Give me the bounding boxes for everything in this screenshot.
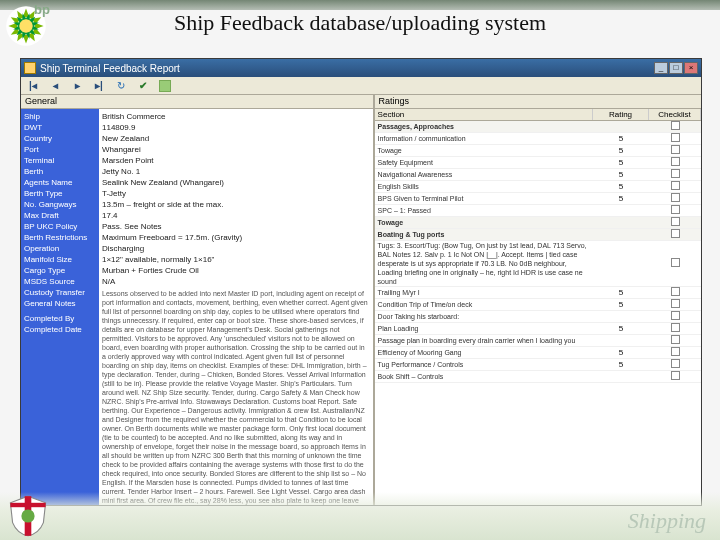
ratings-row[interactable]: Condition Trip of Time/on deck5: [375, 299, 701, 311]
confirm-icon[interactable]: ✔: [135, 79, 151, 93]
ratings-row[interactable]: Tug Performance / Controls5: [375, 359, 701, 371]
field-value: 13.5m – freight or side at the max.: [102, 199, 370, 210]
field-value: T-Jetty: [102, 188, 370, 199]
checkbox[interactable]: [671, 217, 680, 226]
ratings-row[interactable]: Efficiency of Mooring Gang5: [375, 347, 701, 359]
checkbox[interactable]: [671, 133, 680, 142]
rating-section: Passages, Approaches: [375, 122, 593, 131]
rating-section: English Skills: [375, 182, 593, 191]
ratings-row[interactable]: Tugs: 3. Escort/Tug: (Bow Tug, On just b…: [375, 241, 701, 287]
checkbox[interactable]: [671, 323, 680, 332]
rating-value: 5: [593, 348, 649, 357]
checkbox[interactable]: [671, 145, 680, 154]
rating-checkbox-cell: [649, 205, 701, 216]
rating-section: SPC – 1: Passed: [375, 206, 593, 215]
ratings-row[interactable]: Passage plan in boarding every drain car…: [375, 335, 701, 347]
prev-record-icon[interactable]: ◂: [47, 79, 63, 93]
ratings-row[interactable]: Navigational Awareness5: [375, 169, 701, 181]
field-label: Max Draft: [24, 210, 96, 221]
rating-value: 5: [593, 324, 649, 333]
rating-value: 5: [593, 360, 649, 369]
field-label: Ship: [24, 111, 96, 122]
rating-section: Trailing M/yr I: [375, 288, 593, 297]
checkbox[interactable]: [671, 229, 680, 238]
field-label: BP UKC Policy: [24, 221, 96, 232]
rating-value: 5: [593, 288, 649, 297]
ratings-row[interactable]: Towage5: [375, 145, 701, 157]
checkbox[interactable]: [671, 258, 680, 267]
maximize-button[interactable]: □: [669, 62, 683, 74]
rating-section: Towage: [375, 146, 593, 155]
field-label: Port: [24, 144, 96, 155]
checkbox[interactable]: [671, 371, 680, 380]
rating-section: Information / communication: [375, 134, 593, 143]
checkbox[interactable]: [671, 181, 680, 190]
checkbox[interactable]: [671, 121, 680, 130]
checkbox[interactable]: [671, 193, 680, 202]
rating-section: Tug Performance / Controls: [375, 360, 593, 369]
rating-checkbox-cell: [649, 311, 701, 322]
ratings-table-header: Section Rating Checklist: [375, 109, 701, 121]
rating-section: Efficiency of Mooring Gang: [375, 348, 593, 357]
ratings-row[interactable]: Passages, Approaches: [375, 121, 701, 133]
close-button[interactable]: ×: [684, 62, 698, 74]
ratings-row[interactable]: SPC – 1: Passed: [375, 205, 701, 217]
ratings-row[interactable]: Book Shift – Controls: [375, 371, 701, 383]
field-value: Discharging: [102, 243, 370, 254]
next-record-icon[interactable]: ▸: [69, 79, 85, 93]
checkbox[interactable]: [671, 335, 680, 344]
ratings-row[interactable]: Trailing M/yr I5: [375, 287, 701, 299]
field-label: Berth Type: [24, 188, 96, 199]
ratings-row[interactable]: Door Taking his starboard:: [375, 311, 701, 323]
ratings-row[interactable]: Towage: [375, 217, 701, 229]
window-titlebar[interactable]: Ship Terminal Feedback Report _ □ ×: [21, 59, 701, 77]
checkbox[interactable]: [671, 169, 680, 178]
ratings-row[interactable]: BPS Given to Terminal Pilot5: [375, 193, 701, 205]
footer-brand: Shipping: [628, 508, 706, 534]
checkbox[interactable]: [671, 287, 680, 296]
notes-label: General Notes: [24, 298, 96, 309]
ratings-row[interactable]: Information / communication5: [375, 133, 701, 145]
field-label: Manifold Size: [24, 254, 96, 265]
ratings-row[interactable]: English Skills5: [375, 181, 701, 193]
checkbox[interactable]: [671, 205, 680, 214]
rating-section: Passage plan in boarding every drain car…: [375, 336, 593, 345]
feedback-window: Ship Terminal Feedback Report _ □ × |◂ ◂…: [20, 58, 702, 506]
notes-value: Lessons observed to be added into next M…: [102, 287, 370, 505]
rating-checkbox-cell: [649, 371, 701, 382]
checkbox[interactable]: [671, 299, 680, 308]
window-icon: [24, 62, 36, 74]
rating-checkbox-cell: [649, 335, 701, 346]
field-value: 1×12" available, normally 1×16": [102, 254, 370, 265]
field-value: New Zealand: [102, 133, 370, 144]
rating-checkbox-cell: [649, 323, 701, 334]
refresh-icon[interactable]: ↻: [113, 79, 129, 93]
rating-value: 5: [593, 134, 649, 143]
rating-checkbox-cell: [649, 217, 701, 228]
field-value: Pass. See Notes: [102, 221, 370, 232]
rating-section: Plan Loading: [375, 324, 593, 333]
col-section: Section: [375, 109, 593, 120]
rating-checkbox-cell: [649, 145, 701, 156]
checkbox[interactable]: [671, 311, 680, 320]
field-value: 17.4: [102, 210, 370, 221]
ratings-row[interactable]: Safety Equipment5: [375, 157, 701, 169]
checkbox[interactable]: [671, 347, 680, 356]
minimize-button[interactable]: _: [654, 62, 668, 74]
ratings-row[interactable]: Boating & Tug ports: [375, 229, 701, 241]
field-value: Jetty No. 1: [102, 166, 370, 177]
field-label: Terminal: [24, 155, 96, 166]
rating-section: Door Taking his starboard:: [375, 312, 593, 321]
field-value: Murban + Forties Crude Oil: [102, 265, 370, 276]
rating-checkbox-cell: [649, 287, 701, 298]
rating-checkbox-cell: [649, 157, 701, 168]
ratings-pane: Ratings Section Rating Checklist Passage…: [375, 95, 701, 505]
ratings-row[interactable]: Plan Loading5: [375, 323, 701, 335]
checkbox[interactable]: [671, 157, 680, 166]
exit-icon[interactable]: [157, 79, 173, 93]
rating-value: 5: [593, 182, 649, 191]
first-record-icon[interactable]: |◂: [25, 79, 41, 93]
last-record-icon[interactable]: ▸|: [91, 79, 107, 93]
rating-value: 5: [593, 300, 649, 309]
checkbox[interactable]: [671, 359, 680, 368]
